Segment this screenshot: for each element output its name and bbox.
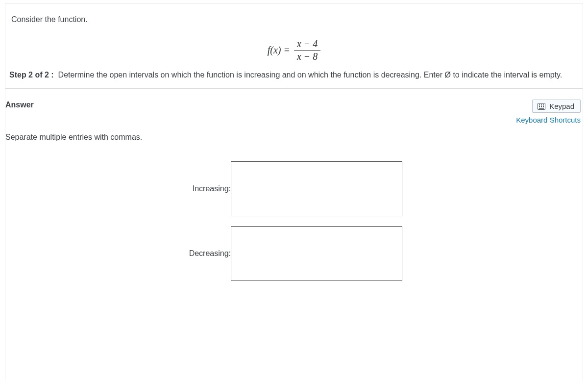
answer-header: Answer [5, 100, 583, 124]
increasing-label: Increasing: [5, 184, 231, 193]
step-text-before: Determine the open intervals on which th… [58, 71, 442, 79]
question-prompt: Consider the function. [5, 3, 583, 24]
increasing-input[interactable] [231, 161, 402, 216]
answer-fields: Increasing: Decreasing: [5, 161, 583, 281]
keypad-label: Keypad [549, 102, 574, 110]
question-container: Consider the function. f(x) = x − 4 x − … [5, 3, 583, 381]
svg-rect-6 [543, 106, 544, 107]
answer-title: Answer [5, 100, 34, 109]
formula: f(x) = x − 4 x − 8 [5, 24, 583, 71]
formula-numerator: x − 4 [294, 38, 320, 50]
answer-instruction: Separate multiple entries with commas. [5, 124, 583, 142]
step-instruction: Step 2 of 2 : Determine the open interva… [5, 71, 583, 79]
answer-controls: Keypad Keyboard Shortcuts [516, 100, 581, 124]
answer-section: Answer [5, 89, 583, 281]
svg-rect-2 [541, 104, 542, 105]
formula-lhs: f(x) = [268, 45, 290, 56]
step-text-after: to indicate the interval is empty. [453, 71, 562, 79]
decreasing-input[interactable] [231, 226, 402, 281]
decreasing-label: Decreasing: [5, 249, 231, 258]
svg-rect-7 [539, 108, 544, 109]
svg-rect-1 [539, 104, 540, 105]
svg-rect-3 [543, 104, 544, 105]
keypad-button[interactable]: Keypad [532, 100, 581, 113]
formula-fraction: x − 4 x − 8 [294, 38, 320, 63]
increasing-row: Increasing: [5, 161, 583, 216]
question-section: Consider the function. f(x) = x − 4 x − … [5, 3, 583, 89]
svg-rect-4 [539, 106, 540, 107]
keypad-icon [538, 103, 545, 110]
svg-rect-5 [541, 106, 542, 107]
formula-denominator: x − 8 [294, 51, 320, 63]
decreasing-row: Decreasing: [5, 226, 583, 281]
empty-set-symbol: Ø [444, 71, 450, 79]
step-label: Step 2 of 2 : [9, 71, 54, 79]
keyboard-shortcuts-link[interactable]: Keyboard Shortcuts [516, 116, 581, 124]
